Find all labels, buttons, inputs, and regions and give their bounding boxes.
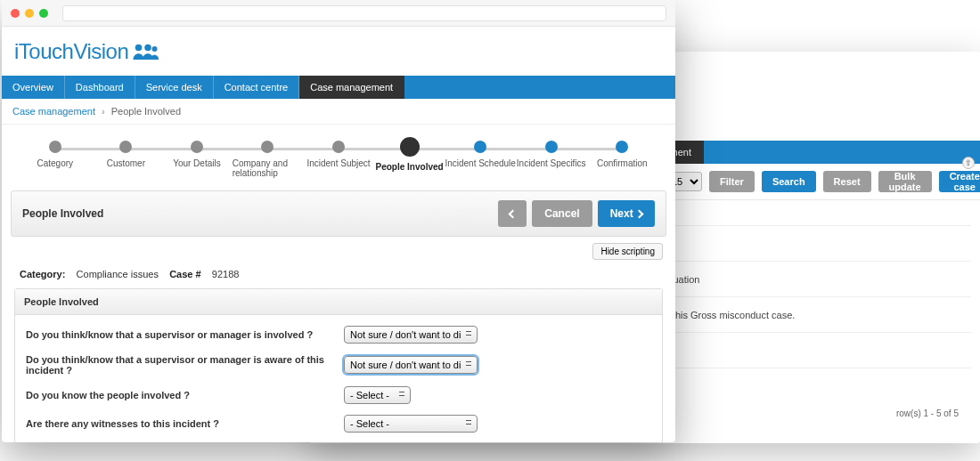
- traffic-light-close[interactable]: [11, 9, 20, 18]
- step-incident-specifics[interactable]: Incident Specifics: [516, 141, 587, 178]
- question-text: Do you think/know that a supervisor or m…: [26, 354, 333, 376]
- step-circle: [49, 141, 61, 153]
- step-confirmation[interactable]: Confirmation: [587, 141, 658, 178]
- question-row: Do you know the people involved ?- Selec…: [15, 381, 662, 409]
- bulk-update-button[interactable]: Bulk update: [878, 171, 932, 192]
- step-company-and-relationship[interactable]: Company and relationship: [233, 141, 304, 178]
- case-meta: Category: Compliance issues Case # 92188: [14, 265, 663, 288]
- breadcrumb: Case management › People Involved: [2, 99, 675, 125]
- filter-button[interactable]: Filter: [709, 171, 755, 192]
- question-row: Are there any witnesses to this incident…: [15, 409, 662, 438]
- breadcrumb-current: People Involved: [111, 106, 181, 117]
- step-circle: [474, 141, 486, 153]
- step-incident-schedule[interactable]: Incident Schedule: [445, 141, 516, 178]
- reset-button[interactable]: Reset: [823, 171, 871, 192]
- step-circle: [400, 137, 420, 157]
- back-button[interactable]: [498, 200, 527, 227]
- brand-bar: iTouchVision: [2, 27, 675, 76]
- step-incident-subject[interactable]: Incident Subject: [303, 141, 374, 178]
- svg-point-2: [152, 46, 158, 52]
- step-people-involved[interactable]: People Involved: [374, 141, 445, 178]
- collapse-icon[interactable]: ⇧: [962, 157, 975, 169]
- step-circle: [616, 141, 628, 153]
- brand-logo[interactable]: iTouchVision: [14, 39, 159, 64]
- address-bar[interactable]: [62, 5, 666, 21]
- question-select-0[interactable]: Not sure / don't want to disclose: [344, 326, 478, 344]
- search-button[interactable]: Search: [762, 171, 816, 192]
- chevron-right-icon: ›: [98, 106, 109, 117]
- cancel-button[interactable]: Cancel: [532, 200, 592, 227]
- questions-card: People Involved Do you think/know that a…: [14, 288, 663, 442]
- nav-tab-case-management[interactable]: Case management: [299, 76, 404, 99]
- wizard-stepper: CategoryCustomerYour DetailsCompany and …: [2, 125, 675, 187]
- browser-chrome: [2, 0, 675, 27]
- create-case-button[interactable]: Create case: [939, 171, 980, 192]
- next-button[interactable]: Next: [598, 200, 655, 227]
- category-value: Compliance issues: [77, 269, 159, 279]
- svg-point-0: [135, 44, 143, 51]
- step-circle: [332, 141, 345, 153]
- step-circle: [545, 141, 558, 153]
- section-header: People Involved Cancel Next: [11, 190, 666, 237]
- step-circle: [119, 141, 132, 153]
- nav-tab-dashboard[interactable]: Dashboard: [65, 76, 135, 99]
- card-title: People Involved: [15, 289, 662, 315]
- question-select-2[interactable]: - Select -: [344, 386, 411, 404]
- case-wizard-window: iTouchVision OverviewDashboardService de…: [2, 0, 675, 442]
- question-select-1[interactable]: Not sure / don't want to disclose: [344, 356, 478, 374]
- step-customer[interactable]: Customer: [91, 141, 162, 178]
- nav-tab-overview[interactable]: Overview: [2, 76, 65, 99]
- question-text: Are there any witnesses to this incident…: [26, 418, 333, 429]
- step-your-details[interactable]: Your Details: [161, 141, 233, 178]
- step-circle: [261, 141, 274, 153]
- traffic-light-max[interactable]: [39, 9, 48, 18]
- people-icon: [132, 42, 159, 61]
- question-text: Do you know the people involved ?: [26, 390, 333, 400]
- question-row: Do you think/know that a supervisor or m…: [15, 349, 662, 381]
- chevron-right-icon: [635, 210, 644, 219]
- question-row: Do you think/know that a supervisor or m…: [15, 320, 662, 349]
- case-number: 92188: [212, 269, 240, 279]
- traffic-light-min[interactable]: [25, 9, 34, 18]
- question-select-3[interactable]: - Select -: [344, 415, 478, 433]
- hide-scripting-button[interactable]: Hide scripting: [592, 243, 663, 260]
- breadcrumb-root[interactable]: Case management: [12, 106, 95, 117]
- main-nav: OverviewDashboardService deskContact cen…: [2, 76, 675, 99]
- chevron-left-icon: [508, 210, 517, 219]
- question-text: Do you think/know that a supervisor or m…: [26, 329, 333, 340]
- nav-tab-contact-centre[interactable]: Contact centre: [214, 76, 300, 99]
- svg-point-1: [145, 44, 152, 51]
- step-category[interactable]: Category: [20, 141, 91, 178]
- step-circle: [191, 141, 203, 153]
- section-title: People Involved: [22, 207, 103, 220]
- nav-tab-service-desk[interactable]: Service desk: [135, 76, 214, 99]
